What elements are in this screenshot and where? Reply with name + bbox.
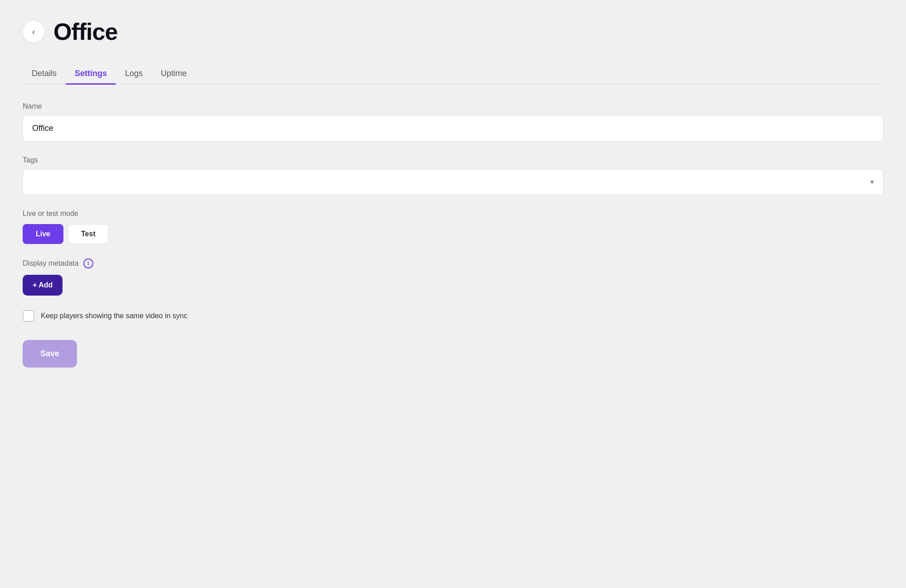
tab-bar: Details Settings Logs Uptime: [23, 63, 883, 84]
tab-logs[interactable]: Logs: [116, 63, 152, 84]
tags-select-wrapper: [23, 169, 883, 195]
back-button[interactable]: ‹: [23, 21, 44, 43]
name-label: Name: [23, 102, 883, 110]
name-input[interactable]: [23, 115, 883, 142]
tab-settings[interactable]: Settings: [66, 63, 116, 84]
sync-row: Keep players showing the same video in s…: [23, 310, 883, 322]
metadata-label: Display metadata: [23, 259, 79, 268]
mode-group: Live or test mode Live Test: [23, 210, 883, 244]
info-icon[interactable]: i: [83, 258, 93, 268]
mode-live-button[interactable]: Live: [23, 224, 63, 244]
tags-group: Tags: [23, 156, 883, 195]
sync-checkbox[interactable]: [23, 310, 34, 322]
mode-test-button[interactable]: Test: [68, 224, 109, 244]
metadata-label-row: Display metadata i: [23, 258, 883, 268]
tags-label: Tags: [23, 156, 883, 164]
settings-form: Name Tags Live or test mode Live Test Di…: [23, 102, 883, 368]
sync-label: Keep players showing the same video in s…: [41, 312, 188, 320]
page-title: Office: [53, 18, 117, 45]
name-group: Name: [23, 102, 883, 142]
metadata-group: Display metadata i + Add: [23, 258, 883, 310]
mode-buttons: Live Test: [23, 224, 883, 244]
tags-select[interactable]: [23, 169, 883, 195]
tab-details[interactable]: Details: [23, 63, 66, 84]
page-header: ‹ Office: [23, 18, 883, 45]
save-button[interactable]: Save: [23, 340, 77, 368]
chevron-left-icon: ‹: [32, 27, 35, 37]
add-metadata-button[interactable]: + Add: [23, 275, 63, 296]
tab-uptime[interactable]: Uptime: [152, 63, 196, 84]
mode-label: Live or test mode: [23, 210, 883, 218]
